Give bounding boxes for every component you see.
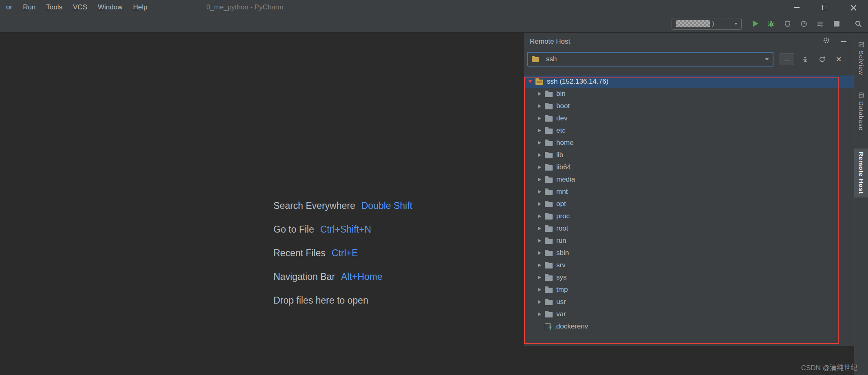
- tree-label: lib: [556, 151, 563, 159]
- close-panel-button[interactable]: ×: [834, 54, 844, 64]
- maximize-window-button[interactable]: [811, 0, 839, 15]
- tree-label: dev: [556, 114, 567, 122]
- settings-button[interactable]: [823, 37, 830, 46]
- panel-title: Remote Host: [530, 38, 570, 46]
- chevron-collapsed-icon[interactable]: [534, 239, 545, 242]
- hide-panel-button[interactable]: [841, 41, 846, 42]
- tree-row-folder[interactable]: sys: [524, 271, 854, 284]
- stop-icon: [834, 21, 839, 27]
- tree-row-file[interactable]: .dockerenv: [524, 320, 854, 333]
- chevron-collapsed-icon[interactable]: [534, 288, 545, 291]
- folder-icon: [545, 178, 553, 183]
- menu-item-window[interactable]: Window: [93, 3, 128, 11]
- chevron-collapsed-icon[interactable]: [534, 166, 545, 169]
- editor-area[interactable]: Search Everywhere Double Shift Go to Fil…: [0, 33, 524, 375]
- shortcut-keys: Ctrl+E: [332, 248, 358, 259]
- tree-row-folder[interactable]: sbin: [524, 247, 854, 259]
- chevron-collapsed-icon[interactable]: [534, 251, 545, 255]
- tool-tab-sciview[interactable]: SciView: [854, 38, 868, 78]
- refresh-button[interactable]: [817, 54, 827, 64]
- run-tasks-button[interactable]: [815, 18, 826, 29]
- main-toolbar: ): [0, 15, 868, 33]
- ssh-config-icon: [532, 57, 539, 62]
- chevron-collapsed-icon[interactable]: [534, 227, 545, 230]
- coverage-shield-icon: [784, 20, 791, 27]
- folder-icon: [545, 141, 553, 146]
- sciview-icon: [858, 42, 864, 48]
- folder-icon: [545, 190, 553, 195]
- panel-header-icons: [823, 37, 846, 46]
- search-everywhere-button[interactable]: [853, 18, 864, 29]
- chevron-collapsed-icon[interactable]: [534, 276, 545, 279]
- chevron-collapsed-icon[interactable]: [534, 264, 545, 267]
- chevron-collapsed-icon[interactable]: [534, 190, 545, 193]
- tree-row-folder[interactable]: opt: [524, 198, 854, 210]
- connection-value: ssh: [546, 55, 557, 63]
- debug-button[interactable]: [766, 18, 777, 29]
- tree-row-folder[interactable]: proc: [524, 210, 854, 222]
- close-window-button[interactable]: [839, 0, 868, 15]
- tree-row-folder[interactable]: mnt: [524, 186, 854, 198]
- tree-row-folder[interactable]: var: [524, 308, 854, 320]
- chevron-collapsed-icon[interactable]: [534, 104, 545, 108]
- browse-connections-button[interactable]: ...: [780, 53, 794, 65]
- tree-row-folder[interactable]: usr: [524, 296, 854, 308]
- tree-row-folder[interactable]: lib64: [524, 161, 854, 173]
- chevron-collapsed-icon[interactable]: [534, 313, 545, 316]
- chevron-collapsed-icon[interactable]: [534, 129, 545, 132]
- chevron-collapsed-icon[interactable]: [534, 178, 545, 181]
- folder-icon: [545, 226, 553, 232]
- tool-tab-database[interactable]: Database: [854, 89, 868, 134]
- titlebar: or Run Tools VCS Window Help 0_me_python…: [0, 0, 868, 15]
- chevron-collapsed-icon[interactable]: [534, 300, 545, 304]
- menu-item-vcs[interactable]: VCS: [68, 3, 93, 11]
- collapse-all-button[interactable]: [800, 54, 810, 64]
- run-button[interactable]: [749, 18, 760, 29]
- tree-row-folder[interactable]: lib: [524, 149, 854, 161]
- menu-item-run[interactable]: Run: [18, 3, 41, 11]
- shortcut-keys: Double Shift: [361, 200, 412, 211]
- tree-label: ssh (152.136.14.76): [547, 78, 608, 86]
- stop-button[interactable]: [831, 18, 842, 29]
- folder-icon: [545, 312, 553, 317]
- profiler-button[interactable]: [798, 18, 809, 29]
- tree-row-folder[interactable]: dev: [524, 112, 854, 124]
- menu-item-refactor-truncated[interactable]: or: [1, 3, 18, 11]
- menu-item-help[interactable]: Help: [128, 3, 152, 11]
- tree-row-folder[interactable]: etc: [524, 124, 854, 137]
- shortcut-hint-row: Recent Files Ctrl+E: [273, 241, 412, 265]
- tree-row-folder[interactable]: tmp: [524, 284, 854, 296]
- tree-row-folder[interactable]: run: [524, 235, 854, 247]
- tree-row-folder[interactable]: srv: [524, 259, 854, 271]
- tree-row-remote-root[interactable]: ssh (152.136.14.76): [524, 75, 854, 88]
- tree-label: sys: [556, 273, 567, 282]
- database-icon: [858, 92, 864, 98]
- chevron-collapsed-icon[interactable]: [534, 202, 545, 206]
- panel-toolbar-icons: ×: [800, 54, 844, 64]
- tree-row-folder[interactable]: home: [524, 137, 854, 149]
- connection-select[interactable]: ssh: [527, 52, 773, 67]
- folder-icon: [545, 202, 553, 207]
- tree-label: mnt: [556, 188, 568, 196]
- folder-icon: [545, 153, 553, 158]
- chevron-collapsed-icon[interactable]: [534, 153, 545, 157]
- run-configuration-select[interactable]: ): [672, 18, 742, 30]
- tree-row-folder[interactable]: root: [524, 222, 854, 235]
- chevron-collapsed-icon[interactable]: [534, 215, 545, 218]
- tree-row-folder[interactable]: boot: [524, 100, 854, 112]
- tree-row-folder[interactable]: media: [524, 173, 854, 186]
- tool-tab-remote-host[interactable]: Remote Host: [854, 149, 868, 197]
- chevron-down-icon: [734, 23, 738, 25]
- tree-label: bin: [556, 90, 566, 98]
- chevron-collapsed-icon[interactable]: [534, 141, 545, 144]
- minimize-window-button[interactable]: [782, 0, 811, 15]
- chevron-collapsed-icon[interactable]: [534, 117, 545, 120]
- menu-item-tools[interactable]: Tools: [41, 3, 68, 11]
- chevron-collapsed-icon[interactable]: [534, 92, 545, 95]
- tree-row-folder[interactable]: bin: [524, 88, 854, 100]
- run-with-coverage-button[interactable]: [782, 18, 793, 29]
- tree-label: opt: [556, 200, 566, 208]
- remote-host-toolbar: ssh ...: [524, 50, 854, 71]
- chevron-expanded-icon[interactable]: [525, 80, 535, 83]
- tree-label: proc: [556, 212, 570, 220]
